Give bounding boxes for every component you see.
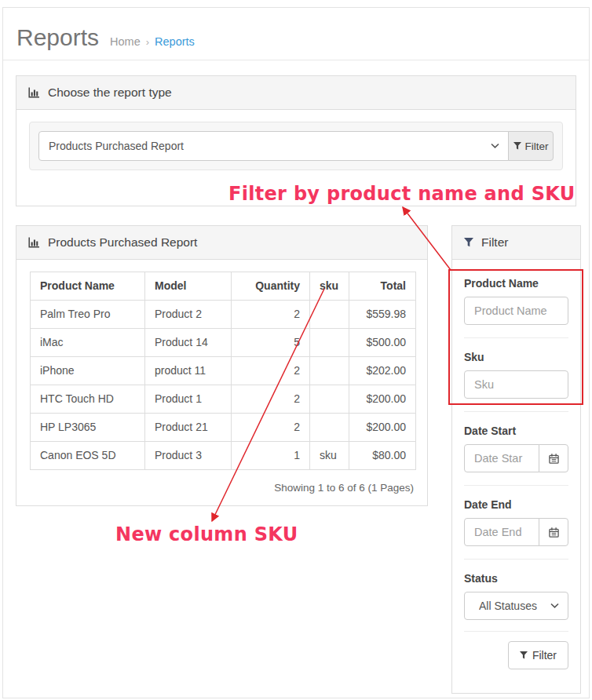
cell-product-name: Canon EOS 5D [31,442,145,470]
breadcrumb-separator: › [146,36,149,48]
date-end-group: Date End [464,498,568,546]
column-header-quantity: Quantity [232,272,310,301]
column-header-total: Total [349,272,416,301]
funnel-icon [520,651,528,659]
choose-report-panel: Choose the report type Products Purchase… [16,75,576,206]
page-header: Reports Home › Reports [3,8,589,60]
products-report-panel-header: Products Purchased Report [16,226,427,260]
cell-product-name: Palm Treo Pro [31,301,145,329]
table-row: HP LP3065 Product 21 2 $200.00 [31,414,416,442]
table-row: Canon EOS 5D Product 3 1 sku $80.00 [31,442,416,470]
column-header-product-name: Product Name [31,272,145,301]
date-start-label: Date Start [464,425,568,438]
cell-quantity: 2 [232,357,310,385]
column-header-model: Model [145,272,232,301]
table-row: HTC Touch HD Product 1 2 $200.00 [31,385,416,414]
choose-report-panel-title: Choose the report type [48,86,172,100]
cell-total: $200.00 [349,385,416,414]
table-header-row: Product Name Model Quantity sku Total [31,272,416,301]
table-row: iPhone product 11 2 $202.00 [31,357,416,385]
cell-quantity: 2 [232,385,310,414]
cell-quantity: 5 [232,329,310,357]
funnel-icon [464,238,473,247]
bar-chart-icon [28,237,40,248]
report-type-select[interactable]: Products Purchased Report [38,131,509,161]
cell-sku [310,301,349,329]
product-name-input[interactable] [464,297,568,325]
filter-panel-body: Product Name Sku Date Start [452,260,580,681]
status-group: Status All Statuses [464,572,568,620]
divider [464,631,568,632]
product-name-group: Product Name [464,277,568,325]
sku-label: Sku [464,351,568,364]
cell-total: $500.00 [349,329,416,357]
table-row: iMac Product 14 5 $500.00 [31,329,416,357]
divider [464,411,568,412]
date-start-calendar-button[interactable] [539,444,568,472]
calendar-icon [549,454,559,464]
funnel-icon [513,142,521,150]
report-type-filter-button-label: Filter [525,140,549,152]
pagination-status: Showing 1 to 6 of 6 (1 Pages) [30,482,414,494]
filter-panel: Filter Product Name Sku Date Start [451,225,581,694]
divider [464,337,568,338]
products-report-panel-body: Product Name Model Quantity sku Total Pa… [16,260,427,505]
cell-sku: sku [310,442,349,470]
products-report-panel-title: Products Purchased Report [48,235,197,250]
filter-submit-button-label: Filter [532,649,557,662]
report-type-well: Products Purchased Report Filter [29,122,563,170]
calendar-icon [549,527,559,538]
cell-model: Product 3 [145,442,232,470]
cell-product-name: iMac [31,329,145,357]
breadcrumb: Home › Reports [110,35,195,48]
cell-model: Product 21 [145,414,232,442]
date-end-label: Date End [464,498,568,512]
date-end-input[interactable] [464,518,539,546]
cell-product-name: iPhone [31,357,145,385]
cell-model: Product 14 [145,329,232,357]
cell-sku [310,357,349,385]
column-header-sku: sku [310,272,349,301]
cell-sku [310,414,349,442]
breadcrumb-home-link[interactable]: Home [110,35,141,48]
table-row: Palm Treo Pro Product 2 2 $559.98 [31,301,416,329]
filter-panel-header: Filter [452,226,580,260]
divider [464,559,568,560]
cell-total: $559.98 [349,301,416,329]
cell-quantity: 2 [232,414,310,442]
choose-report-panel-body: Products Purchased Report Filter [16,110,576,182]
status-select[interactable]: All Statuses [464,592,568,620]
breadcrumb-reports-link[interactable]: Reports [155,35,195,48]
date-end-calendar-button[interactable] [539,518,568,546]
cell-model: Product 2 [145,301,232,329]
cell-total: $202.00 [349,357,416,385]
cell-product-name: HTC Touch HD [31,385,145,414]
bar-chart-icon [28,87,40,98]
cell-quantity: 2 [232,301,310,329]
choose-report-panel-header: Choose the report type [16,76,576,110]
cell-total: $200.00 [349,414,416,442]
date-start-group: Date Start [464,425,568,472]
report-table: Product Name Model Quantity sku Total Pa… [30,272,416,470]
report-type-filter-button[interactable]: Filter [508,131,554,161]
cell-sku [310,329,349,357]
status-label: Status [464,572,568,585]
sku-input[interactable] [464,370,568,399]
cell-total: $80.00 [349,442,416,470]
cell-model: product 11 [145,357,232,385]
cell-product-name: HP LP3065 [31,414,145,442]
cell-model: Product 1 [145,385,232,414]
sku-group: Sku [464,351,568,399]
filter-submit-button[interactable]: Filter [508,641,568,669]
page-title: Reports [16,24,99,51]
annotation-sku-note: New column SKU [115,523,298,545]
date-start-input[interactable] [464,444,539,472]
products-report-panel: Products Purchased Report Product Name M… [16,225,428,506]
filter-panel-title: Filter [481,235,508,250]
cell-quantity: 1 [232,442,310,470]
product-name-label: Product Name [464,277,568,290]
cell-sku [310,385,349,414]
divider [464,485,568,486]
